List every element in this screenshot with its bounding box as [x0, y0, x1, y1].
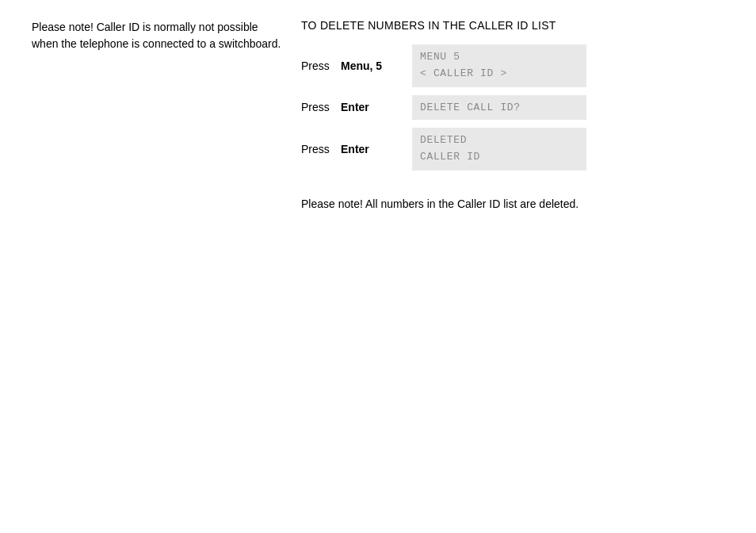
- page-container: Please note! Caller ID is normally not p…: [0, 0, 756, 533]
- lcd-line2-1: < CALLER ID >: [420, 67, 507, 79]
- lcd-line1-2: DELETE CALL ID?: [420, 102, 521, 113]
- press-label-2: Press: [301, 101, 341, 113]
- left-note: Please note! Caller ID is normally not p…: [32, 19, 285, 52]
- lcd-line2-3: CALLER ID: [420, 151, 480, 163]
- key-label-1: Menu, 5: [341, 59, 412, 72]
- left-column: Please note! Caller ID is normally not p…: [32, 19, 301, 514]
- instruction-row-1: Press Menu, 5 MENU 5 < CALLER ID >: [301, 44, 724, 87]
- key-label-2: Enter: [341, 101, 412, 113]
- lcd-display-3: DELETED CALLER ID: [412, 128, 586, 171]
- bottom-note: Please note! All numbers in the Caller I…: [301, 196, 724, 213]
- press-label-3: Press: [301, 143, 341, 155]
- lcd-display-2: DELETE CALL ID?: [412, 95, 586, 121]
- instruction-row-2: Press Enter DELETE CALL ID?: [301, 95, 724, 121]
- press-label-1: Press: [301, 59, 341, 72]
- key-label-3: Enter: [341, 143, 412, 155]
- lcd-line1-1: MENU 5: [420, 51, 460, 63]
- section-title: TO DELETE NUMBERS IN THE CALLER ID LIST: [301, 19, 724, 32]
- lcd-display-1: MENU 5 < CALLER ID >: [412, 44, 586, 87]
- instruction-row-3: Press Enter DELETED CALLER ID: [301, 128, 724, 171]
- lcd-line1-3: DELETED: [420, 134, 467, 146]
- right-column: TO DELETE NUMBERS IN THE CALLER ID LIST …: [301, 19, 724, 514]
